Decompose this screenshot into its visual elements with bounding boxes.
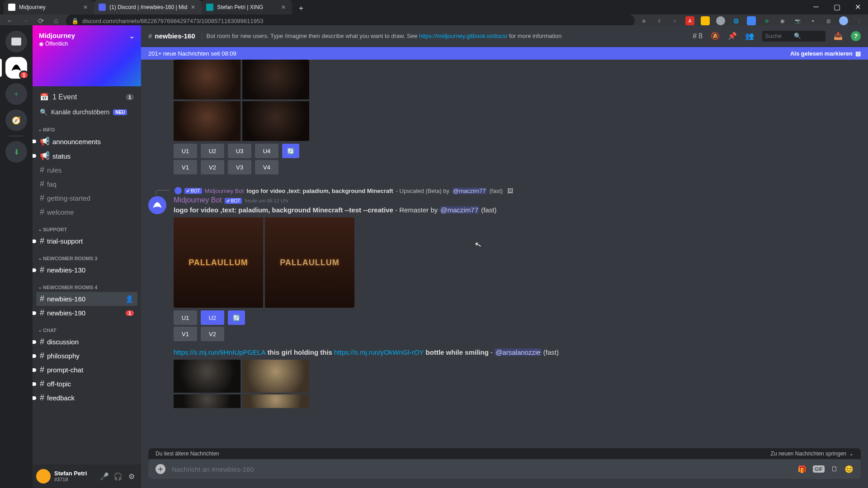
threads-button[interactable]: #8 — [693, 32, 703, 40]
emoji-button[interactable]: 😊 — [844, 465, 854, 474]
tab-discord[interactable]: (1) Discord | #newbies-160 | Mid ✕ — [94, 0, 202, 14]
events-button[interactable]: 📅 1 Event 1 — [36, 89, 137, 105]
forward-button[interactable]: → — [20, 15, 31, 26]
category-newcomer3[interactable]: ⌄NEWCOMER ROOMS 3 — [36, 248, 137, 263]
notification-button[interactable]: 🔕 — [711, 32, 720, 40]
gift-button[interactable]: 🎁 — [797, 465, 807, 474]
user-avatar[interactable] — [36, 469, 51, 483]
sidepanel-icon[interactable]: ▥ — [824, 16, 833, 25]
category-info[interactable]: ⌄INFO — [36, 119, 137, 134]
channel-trial-support[interactable]: #trial-support — [36, 234, 137, 248]
close-icon[interactable]: ✕ — [191, 4, 197, 10]
help-button[interactable]: ? — [851, 31, 861, 41]
window-close[interactable]: ✕ — [847, 0, 868, 14]
pins-button[interactable]: 📌 — [728, 32, 737, 40]
extensions-menu[interactable]: ✦ — [808, 16, 817, 25]
u4-button[interactable]: U4 — [255, 144, 278, 158]
jump-to-new-button[interactable]: Zu neuen Nachrichten springen ⌄ — [771, 450, 854, 457]
extension-keep[interactable] — [701, 16, 710, 25]
reload-button[interactable]: ⟳ — [35, 15, 46, 26]
translate-icon[interactable]: ⊕ — [639, 16, 648, 25]
channel-prompt-chat[interactable]: #prompt-chat — [36, 363, 137, 377]
sticker-button[interactable]: 🗋 — [831, 465, 838, 473]
share-icon[interactable]: ⇪ — [655, 16, 664, 25]
tab-midjourney[interactable]: Midjourney ✕ — [4, 0, 94, 14]
add-server-button[interactable]: ＋ — [5, 83, 27, 105]
close-icon[interactable]: ✕ — [281, 4, 288, 10]
members-button[interactable]: 👥 — [745, 32, 754, 40]
inbox-button[interactable]: 📥 — [834, 32, 843, 40]
v2-button[interactable]: V2 — [201, 327, 224, 341]
image-attachment[interactable] — [174, 60, 309, 141]
category-support[interactable]: ⌄SUPPORT — [36, 219, 137, 234]
window-minimize[interactable]: ─ — [806, 0, 826, 14]
docs-link[interactable]: https://midjourney.gitbook.io/docs/ — [419, 33, 508, 39]
reply-author[interactable]: Midjourney Bot — [205, 188, 244, 194]
channel-newbies-160[interactable]: #newbies-160👤 — [36, 292, 137, 306]
extension-abp[interactable]: A — [685, 16, 694, 25]
channel-status[interactable]: 📢status — [36, 149, 137, 163]
v4-button[interactable]: V4 — [255, 160, 278, 174]
reply-reference[interactable]: ✔ BOT Midjourney Bot logo for video ,tex… — [156, 187, 861, 194]
link[interactable]: https://s.mj.run/yOkWnGl-rOY — [334, 348, 424, 356]
back-button[interactable]: ← — [5, 15, 15, 26]
server-banner[interactable]: Midjourney ◉ Öffentlich ⌄ — [33, 25, 141, 86]
attach-button[interactable]: ＋ — [156, 464, 165, 474]
u1-button[interactable]: U1 — [174, 144, 197, 158]
category-newcomer4[interactable]: ⌄NEWCOMER ROOMS 4 — [36, 277, 137, 292]
channel-philosophy[interactable]: #philosophy — [36, 349, 137, 363]
mention[interactable]: @maczim77 — [439, 206, 479, 214]
v2-button[interactable]: V2 — [201, 160, 224, 174]
extension-globe[interactable]: 🌐 — [731, 16, 741, 25]
message-input[interactable] — [172, 465, 791, 473]
extension-5[interactable] — [747, 16, 756, 25]
settings-button[interactable]: ⚙ — [126, 470, 137, 482]
message-author[interactable]: Midjourney Bot — [174, 196, 222, 204]
server-midjourney[interactable]: 1 — [5, 57, 27, 79]
search-input[interactable]: Suche🔍 — [762, 31, 826, 42]
close-icon[interactable]: ✕ — [83, 4, 90, 10]
browse-channels[interactable]: 🔍 Kanäle durchstöbern NEU — [36, 105, 137, 119]
download-button[interactable]: ⬇ — [5, 141, 27, 163]
menu-icon[interactable]: ⋮ — [854, 16, 863, 25]
mute-button[interactable]: 🎤 — [99, 470, 110, 482]
profile-avatar[interactable] — [839, 16, 848, 25]
v1-button[interactable]: V1 — [174, 160, 197, 174]
link[interactable]: https://s.mj.run/9HnIUpPGELA — [174, 348, 265, 356]
dm-button[interactable] — [5, 31, 27, 52]
message-avatar[interactable] — [148, 196, 166, 214]
reroll-button[interactable]: 🔄 — [228, 310, 245, 325]
channel-getting-started[interactable]: #getting-started — [36, 191, 137, 205]
extension-camera[interactable]: 📷 — [793, 16, 802, 25]
deafen-button[interactable]: 🎧 — [112, 470, 124, 482]
channel-discussion[interactable]: #discussion — [36, 335, 137, 349]
image-attachment[interactable]: PALLAULLUM PALLAULLUM — [174, 217, 354, 308]
gif-button[interactable]: GIF — [813, 465, 825, 473]
category-chat[interactable]: ⌄CHAT — [36, 320, 137, 335]
mention[interactable]: @maczim77 — [452, 188, 486, 194]
channel-newbies-130[interactable]: #newbies-130 — [36, 263, 137, 277]
extension-6[interactable]: ✿ — [762, 16, 771, 25]
add-user-icon[interactable]: 👤 — [125, 295, 134, 303]
u2-button[interactable]: U2 — [201, 310, 224, 325]
mention[interactable]: @arsalanozzie — [495, 348, 541, 356]
bookmark-icon[interactable]: ☆ — [670, 16, 679, 25]
channel-announcements[interactable]: 📢announcements — [36, 134, 137, 149]
channel-off-topic[interactable]: #off-topic — [36, 377, 137, 391]
image-attachment[interactable] — [174, 360, 309, 441]
window-maximize[interactable]: ▢ — [826, 0, 847, 14]
channel-topic[interactable]: Bot room for new users. Type /imagine th… — [202, 33, 562, 39]
u2-button[interactable]: U2 — [201, 144, 224, 158]
channel-newbies-190[interactable]: #newbies-1901 — [36, 306, 137, 320]
explore-button[interactable]: 🧭 — [5, 109, 27, 131]
new-tab-button[interactable]: ＋ — [295, 2, 307, 14]
extension-3[interactable] — [716, 16, 725, 25]
v1-button[interactable]: V1 — [174, 327, 197, 341]
channel-faq[interactable]: #faq — [36, 177, 137, 191]
mark-read-button[interactable]: Als gelesen markieren ▤ — [790, 50, 861, 57]
chevron-down-icon[interactable]: ⌄ — [129, 32, 135, 40]
u3-button[interactable]: U3 — [228, 144, 251, 158]
channel-welcome[interactable]: #welcome — [36, 205, 137, 219]
new-messages-bar[interactable]: 201+ neue Nachrichten seit 08:09 Als gel… — [141, 47, 868, 60]
reroll-button[interactable]: 🔄 — [282, 144, 299, 158]
